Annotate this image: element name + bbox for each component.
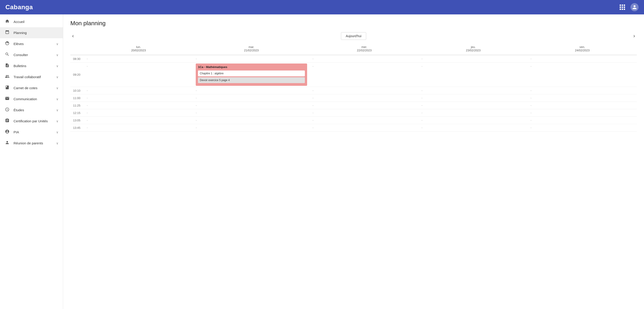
event-item: Devoir exercice 5 page 4 bbox=[198, 77, 305, 83]
sidebar: Accueil Planning Elèves ∨ Consulter ∨ bbox=[0, 14, 63, 309]
day-cell: - bbox=[419, 117, 528, 124]
calendar-row: 10:10----- bbox=[70, 87, 637, 94]
sidebar-label-accueil: Accueil bbox=[14, 20, 58, 24]
face-icon bbox=[4, 41, 10, 47]
calendar-nav: ‹ Aujourd'hui › bbox=[70, 32, 637, 40]
calendar-row: 13:05----- bbox=[70, 117, 637, 124]
badge-icon bbox=[4, 129, 10, 135]
day-cell: - bbox=[84, 94, 193, 102]
day-cell: - bbox=[528, 109, 637, 117]
empty-cell-dash: - bbox=[530, 118, 532, 122]
sidebar-label-carnet: Carnet de cotes bbox=[14, 86, 52, 90]
day-date-tue: 21/02/2023 bbox=[194, 49, 309, 52]
sidebar-item-reunion[interactable]: Réunion de parents ∨ bbox=[0, 138, 63, 149]
day-cell: - bbox=[84, 102, 193, 109]
day-name-tue: mar. bbox=[194, 45, 309, 49]
sidebar-item-travail[interactable]: Travail collaboratif ∨ bbox=[0, 71, 63, 82]
day-cell[interactable]: 1Ca - MathématiquesChapitre 1 : algèbreD… bbox=[193, 63, 310, 87]
day-cell: - bbox=[528, 94, 637, 102]
col-header-thu: jeu. 23/02/2023 bbox=[419, 43, 528, 55]
header-right bbox=[619, 3, 638, 11]
email-icon bbox=[4, 96, 10, 102]
chevron-down-icon-etudes: ∨ bbox=[56, 108, 58, 112]
empty-cell-dash: - bbox=[196, 104, 197, 107]
empty-cell-dash: - bbox=[87, 118, 88, 122]
day-cell: - bbox=[419, 55, 528, 63]
sidebar-item-bulletins[interactable]: Bulletins ∨ bbox=[0, 60, 63, 71]
empty-cell-dash: - bbox=[530, 104, 532, 107]
next-week-button[interactable]: › bbox=[632, 32, 637, 40]
empty-cell-dash: - bbox=[87, 89, 88, 92]
account-icon[interactable] bbox=[630, 3, 638, 11]
day-cell: - bbox=[193, 124, 310, 132]
day-name-mon: lun. bbox=[85, 45, 192, 49]
empty-cell-dash: - bbox=[87, 57, 88, 61]
calendar-table: lun. 20/02/2023 mar. 21/02/2023 mer. 22/… bbox=[70, 43, 637, 132]
day-cell: - bbox=[84, 124, 193, 132]
empty-cell-dash: - bbox=[312, 104, 314, 107]
sidebar-item-etudes[interactable]: Études ∨ bbox=[0, 104, 63, 116]
day-cell: - bbox=[419, 124, 528, 132]
sidebar-label-consulter: Consulter bbox=[14, 53, 52, 57]
day-cell: - bbox=[528, 87, 637, 94]
empty-cell-dash: - bbox=[422, 89, 422, 92]
chevron-down-icon-travail: ∨ bbox=[56, 75, 58, 79]
empty-cell-dash: - bbox=[196, 89, 197, 92]
sidebar-item-eleves[interactable]: Elèves ∨ bbox=[0, 38, 63, 49]
empty-cell-dash: - bbox=[87, 64, 88, 68]
search-icon bbox=[4, 52, 10, 58]
col-header-tue: mar. 21/02/2023 bbox=[193, 43, 310, 55]
empty-cell-dash: - bbox=[196, 96, 197, 100]
day-cell: - bbox=[528, 55, 637, 63]
day-cell: - bbox=[193, 109, 310, 117]
sidebar-label-certification: Certification par Unités bbox=[14, 119, 52, 123]
calendar-row: 11:00----- bbox=[70, 94, 637, 102]
day-cell: - bbox=[310, 102, 419, 109]
event-item: Chapitre 1 : algèbre bbox=[198, 70, 305, 76]
empty-cell-dash: - bbox=[312, 111, 314, 115]
person-icon bbox=[4, 140, 10, 146]
empty-cell-dash: - bbox=[530, 64, 532, 68]
sidebar-item-carnet[interactable]: Carnet de cotes ∨ bbox=[0, 82, 63, 93]
empty-cell-dash: - bbox=[530, 96, 532, 100]
sidebar-item-communication[interactable]: Communication ∨ bbox=[0, 93, 63, 104]
sidebar-item-accueil[interactable]: Accueil bbox=[0, 16, 63, 27]
day-cell: - bbox=[84, 117, 193, 124]
sidebar-item-planning[interactable]: Planning bbox=[0, 27, 63, 38]
time-cell: 12:15 bbox=[70, 109, 84, 117]
empty-cell-dash: - bbox=[87, 96, 88, 100]
day-cell: - bbox=[193, 117, 310, 124]
sidebar-label-communication: Communication bbox=[14, 97, 52, 101]
time-cell: 09:20 bbox=[70, 63, 84, 87]
app-header: Cabanga bbox=[0, 0, 644, 14]
calendar-row: 13:45----- bbox=[70, 124, 637, 132]
empty-cell-dash: - bbox=[87, 104, 88, 107]
sidebar-label-etudes: Études bbox=[14, 108, 52, 112]
empty-cell-dash: - bbox=[422, 118, 422, 122]
event-card[interactable]: 1Ca - MathématiquesChapitre 1 : algèbreD… bbox=[196, 63, 307, 86]
day-date-mon: 20/02/2023 bbox=[85, 49, 192, 52]
day-cell: - bbox=[310, 94, 419, 102]
sidebar-item-consulter[interactable]: Consulter ∨ bbox=[0, 49, 63, 60]
app-logo: Cabanga bbox=[6, 3, 33, 11]
time-cell: 13:45 bbox=[70, 124, 84, 132]
event-title: 1Ca - Mathématiques bbox=[198, 65, 305, 69]
apps-icon[interactable] bbox=[619, 3, 626, 11]
day-cell: - bbox=[193, 87, 310, 94]
day-date-wed: 22/02/2023 bbox=[311, 49, 418, 52]
empty-cell-dash: - bbox=[196, 126, 197, 129]
time-cell: 11:00 bbox=[70, 94, 84, 102]
calendar-row: 08:30----- bbox=[70, 55, 637, 63]
time-header bbox=[70, 43, 84, 55]
calendar-row: 11:25----- bbox=[70, 102, 637, 109]
day-cell: - bbox=[310, 117, 419, 124]
chevron-down-icon-consulter: ∨ bbox=[56, 53, 58, 57]
empty-cell-dash: - bbox=[422, 64, 422, 68]
prev-week-button[interactable]: ‹ bbox=[70, 32, 76, 40]
sidebar-item-pia[interactable]: PIA ∨ bbox=[0, 127, 63, 138]
people-icon bbox=[4, 74, 10, 80]
sidebar-item-certification[interactable]: Certification par Unités ∨ bbox=[0, 116, 63, 127]
sidebar-label-bulletins: Bulletins bbox=[14, 64, 52, 68]
today-button[interactable]: Aujourd'hui bbox=[341, 32, 366, 40]
empty-cell-dash: - bbox=[87, 126, 88, 129]
